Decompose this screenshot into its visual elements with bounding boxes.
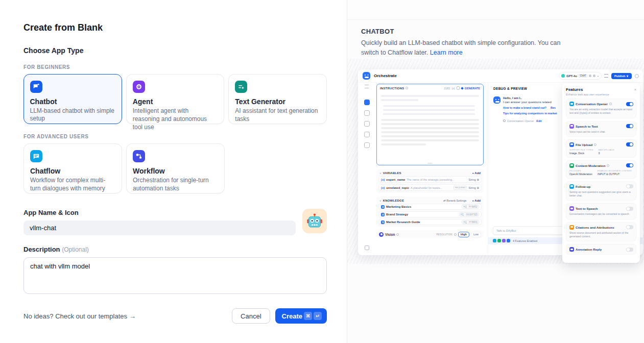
model-provider-icon bbox=[561, 74, 565, 78]
card-title: Agent bbox=[133, 97, 217, 106]
create-button[interactable]: Create ⌘ ↵ bbox=[275, 308, 327, 324]
content-moderation-icon bbox=[569, 163, 574, 168]
feature-name: Conversation Opener bbox=[576, 102, 608, 106]
feature-mini-icon bbox=[502, 239, 506, 242]
card-title: Workflow bbox=[133, 167, 217, 175]
rail-icon-image bbox=[364, 110, 370, 116]
copy-icon bbox=[457, 86, 460, 90]
app-type-card-chatbot[interactable]: Chatbot LLM-based chatbot with simple se… bbox=[23, 74, 122, 124]
file-upload-icon bbox=[569, 142, 574, 147]
arrow-right-icon: → bbox=[129, 312, 136, 320]
feature-desc: You are an entity extraction model that … bbox=[569, 108, 633, 115]
feature-desc: Conversation messages can be converted t… bbox=[569, 212, 633, 216]
feature-follow-up: Follow-up Setting up next questions sugg… bbox=[566, 181, 636, 201]
required-badge: REQUIRED bbox=[454, 186, 467, 190]
citations-icon bbox=[569, 225, 574, 230]
create-button-label: Create bbox=[282, 312, 302, 320]
card-desc: AI assistant for text generation tasks bbox=[235, 107, 319, 124]
bot-app-icon bbox=[363, 72, 370, 80]
meta-label: ENABLED MODERATE CONTENT bbox=[598, 169, 632, 172]
toggle-off bbox=[626, 207, 633, 211]
page-title: Create from Blank bbox=[23, 22, 327, 33]
rail-icon-docs bbox=[364, 121, 370, 127]
follow-up-icon bbox=[569, 184, 574, 189]
cmd-key-icon: ⌘ bbox=[304, 312, 312, 320]
feature-text-to-speech: Text to Speech Conversation messages can… bbox=[566, 203, 636, 219]
add-knowledge-button: + Add bbox=[472, 199, 481, 202]
vision-mini-icon bbox=[593, 75, 595, 77]
right-top-strip bbox=[347, 0, 644, 20]
annotation-reply-icon bbox=[569, 247, 574, 252]
variable-icon: {x} bbox=[451, 87, 455, 90]
document-icon bbox=[381, 220, 385, 224]
feature-mini-icon bbox=[497, 239, 501, 242]
variable-row: {x} unrelated_topic A placeholder for to… bbox=[378, 184, 482, 191]
preview-config-column: INSTRUCTIONS 2182 {x} GENERATE bbox=[376, 83, 487, 255]
features-subtitle: Enhance web app user experience bbox=[566, 93, 636, 96]
cancel-button[interactable]: Cancel bbox=[232, 308, 270, 324]
knowledge-tag: HQ · HYBRID bbox=[462, 220, 479, 224]
variable-row: {x} expert_name The name of the strategi… bbox=[378, 176, 482, 183]
beginner-cards-row: Chatbot LLM-based chatbot with simple se… bbox=[23, 74, 327, 124]
text-to-speech-icon bbox=[569, 206, 574, 211]
info-description: Quickly build an LLM-based chatbot with … bbox=[361, 38, 570, 58]
app-type-card-agent[interactable]: Agent Intelligent agent with reasoning a… bbox=[126, 74, 225, 124]
info-icon bbox=[396, 233, 399, 236]
knowledge-name: Marketing Basics bbox=[386, 205, 460, 208]
card-title: Chatflow bbox=[30, 167, 114, 175]
feature-desc: Setting up next questions suggestion can… bbox=[569, 190, 633, 198]
history-icon bbox=[635, 74, 639, 78]
knowledge-tag: HQ · HYBRID bbox=[462, 205, 479, 209]
suggestion-link: Bes bbox=[551, 106, 556, 109]
variables-label: VARIABLES bbox=[383, 172, 401, 175]
toggle-on bbox=[626, 102, 633, 106]
model-selector: GPT-4o CHAT ∨ bbox=[559, 72, 602, 80]
templates-link[interactable]: No ideas? Check out our templates→ bbox=[23, 312, 136, 320]
model-settings-icon bbox=[604, 74, 608, 78]
toggle-on bbox=[626, 142, 633, 146]
rail-icon-active bbox=[364, 100, 370, 105]
app-type-card-workflow[interactable]: Workflow Orchestration for single-turn a… bbox=[126, 143, 225, 193]
feature-speech-to-text: Speech to Text Voice input can be used i… bbox=[566, 121, 636, 137]
create-app-dialog: Create from Blank Choose App Type FOR BE… bbox=[0, 0, 347, 343]
app-icon-picker[interactable] bbox=[302, 209, 327, 233]
chevron-down-icon: ∨ bbox=[379, 199, 381, 202]
knowledge-row: Brand Strategy HQ · INVERTED bbox=[378, 211, 482, 217]
preview-topbar: Orchestrate GPT-4o CHAT ∨ Publish ∨ bbox=[358, 69, 643, 83]
enter-key-icon: ↵ bbox=[314, 312, 322, 320]
knowledge-name: Market Research Guide bbox=[386, 220, 460, 224]
knowledge-section: ∨ KNOWLEDGE ⇄ Rerank Settings + Add Mark… bbox=[376, 197, 484, 227]
meta-value: 3 bbox=[599, 152, 614, 155]
rerank-settings-button: ⇄ Rerank Settings bbox=[443, 199, 466, 202]
preview-app-title: Orchestrate bbox=[374, 74, 397, 78]
variables-section: ∨ VARIABLES + Add {x} expert_name The na… bbox=[376, 169, 484, 193]
variable-type: String ⊕ bbox=[468, 178, 479, 181]
feature-mini-icon bbox=[507, 239, 510, 242]
meta-value: INPUT & OUTPUT bbox=[598, 173, 632, 176]
orchestrate-icon bbox=[365, 85, 369, 88]
feature-mini-icon bbox=[493, 239, 496, 242]
feature-name: Follow-up bbox=[576, 185, 590, 188]
card-title: Text Generator bbox=[235, 97, 319, 106]
description-textarea[interactable]: chat with vllm model bbox=[23, 257, 327, 294]
card-desc: Orchestration for single-turn automation… bbox=[133, 177, 217, 193]
variable-desc: A placeholder for topics... bbox=[411, 186, 452, 189]
app-name-input[interactable] bbox=[23, 220, 296, 235]
rail-icon-file bbox=[364, 132, 370, 137]
document-icon bbox=[381, 205, 385, 209]
optional-label: (Optional) bbox=[62, 246, 89, 253]
learn-more-link[interactable]: Learn more bbox=[430, 49, 463, 56]
preview-left-rail bbox=[358, 83, 375, 255]
greeting-line: I can answer your questions related bbox=[503, 101, 557, 104]
feature-desc: Show source document and attributed sect… bbox=[569, 231, 633, 239]
app-type-card-chatflow[interactable]: Chatflow Workflow for complex multi-turn… bbox=[23, 143, 122, 193]
vision-section: Vision RESOLUTION High Low bbox=[376, 230, 484, 238]
app-type-card-text-generator[interactable]: Text Generator AI assistant for text gen… bbox=[228, 74, 327, 124]
variable-desc: The name of the strategic consulting... bbox=[407, 178, 467, 181]
knowledge-row: Marketing Basics HQ · HYBRID bbox=[378, 204, 482, 210]
knowledge-tag: HQ · INVERTED bbox=[459, 212, 479, 216]
variable-type: String ⊕ bbox=[468, 186, 479, 189]
feature-annotation-reply: Annotation Reply bbox=[566, 244, 636, 255]
info-icon bbox=[609, 103, 612, 105]
edit-link: Edit bbox=[536, 119, 541, 122]
